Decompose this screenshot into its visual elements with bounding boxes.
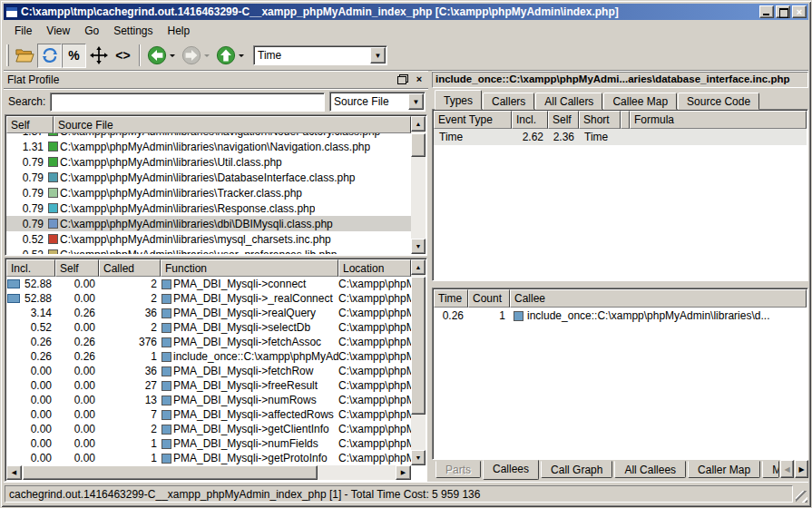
file-table-vscrollbar[interactable]: ▲ ▼ <box>411 116 426 254</box>
incl-cost-value: 0.00 <box>6 365 55 377</box>
file-row[interactable]: 0.79C:\xampp\phpMyAdmin\libraries\Util.c… <box>6 154 411 170</box>
column-header-event-type[interactable]: Event Type <box>434 111 512 129</box>
menu-file[interactable]: File <box>7 22 39 40</box>
tab-caller-map[interactable]: Caller Map <box>688 461 760 478</box>
function-row[interactable]: 0.000.0013PMA_DBI_Mysqli->numRowsC:\xamp… <box>6 393 411 407</box>
column-header-count[interactable]: Count <box>468 289 510 308</box>
scroll-down-icon[interactable]: ▼ <box>411 239 426 254</box>
title-bar[interactable]: C:\xampp\tmp\cachegrind.out.1416463299-C… <box>4 4 808 20</box>
function-row[interactable]: 0.000.0027PMA_DBI_Mysqli->freeResultC:\x… <box>6 378 411 393</box>
scroll-up-icon[interactable]: ▲ <box>411 259 426 275</box>
dock-float-icon[interactable] <box>397 74 408 84</box>
menu-help[interactable]: Help <box>161 22 198 40</box>
self-cost-cell: 0.00 <box>55 423 99 435</box>
file-row[interactable]: 1.31C:\xampp\phpMyAdmin\libraries\naviga… <box>6 139 411 154</box>
column-header-called[interactable]: Called <box>99 259 161 277</box>
function-row[interactable]: 52.880.002PMA_DBI_Mysqli->_realConnectC:… <box>6 291 411 306</box>
grouping-select[interactable]: Source File ▼ <box>329 92 426 112</box>
scroll-left-icon[interactable]: ◀ <box>6 465 22 480</box>
move-button[interactable] <box>86 44 111 68</box>
column-header-self[interactable]: Self <box>6 116 54 133</box>
close-button[interactable]: × <box>792 5 807 18</box>
column-header-function[interactable]: Function <box>161 259 338 277</box>
column-header-short[interactable]: Short <box>579 111 621 129</box>
function-table-hscrollbar[interactable]: ◀ ▶ <box>6 465 411 480</box>
tab-callees[interactable]: Callees <box>483 460 539 480</box>
called-count-cell: 7 <box>99 408 161 421</box>
file-row[interactable]: 0.79C:\xampp\phpMyAdmin\libraries\Respon… <box>6 200 411 216</box>
source-file-icon <box>48 234 58 244</box>
expand-depth-button[interactable]: <> <box>111 44 135 68</box>
tab-callee-map[interactable]: Callee Map <box>603 93 677 110</box>
column-header-spacer <box>621 111 630 129</box>
function-row[interactable]: 0.000.002PMA_DBI_Mysqli->getClientInfoC:… <box>6 422 411 436</box>
function-icon <box>161 323 171 333</box>
column-header-self[interactable]: Self <box>55 259 99 277</box>
scrollbar-thumb[interactable] <box>23 465 318 480</box>
combo-arrow-icon[interactable]: ▼ <box>370 47 386 64</box>
function-table-vscrollbar[interactable]: ▲ ▼ <box>411 259 426 465</box>
tab-scroll-right-icon[interactable]: ▶ <box>795 460 808 478</box>
column-header-callee[interactable]: Callee <box>510 289 807 308</box>
scrollbar-thumb[interactable] <box>411 133 426 157</box>
source-file-path: C:\xampp\phpMyAdmin\libraries\navigation… <box>59 133 380 138</box>
maximize-button[interactable] <box>776 5 790 18</box>
dock-title-bar[interactable]: Flat Profile × <box>4 71 428 89</box>
reload-button[interactable] <box>37 44 62 68</box>
resize-grip-icon[interactable] <box>796 491 807 503</box>
menu-settings[interactable]: Settings <box>106 22 160 40</box>
column-header-source-file[interactable]: Source File <box>54 116 411 133</box>
tab-types[interactable]: Types <box>435 90 482 110</box>
event-type-row[interactable]: Time2.622.36Time <box>434 129 807 145</box>
function-row[interactable]: 3.140.2636PMA_DBI_Mysqli->realQueryC:\xa… <box>6 306 411 320</box>
dock-close-icon[interactable]: × <box>414 74 425 84</box>
open-file-button[interactable] <box>13 44 37 68</box>
tab-all-callers[interactable]: All Callers <box>535 93 602 110</box>
function-row[interactable]: 0.260.26376PMA_DBI_Mysqli->fetchAssocC:\… <box>6 335 411 349</box>
file-row[interactable]: 0.52C:\xampp\phpMyAdmin\libraries\mysql_… <box>6 231 411 247</box>
scroll-right-icon[interactable]: ▶ <box>396 465 411 480</box>
function-row[interactable]: 0.000.0036PMA_DBI_Mysqli->fetchRowC:\xam… <box>6 364 411 378</box>
back-dropdown-icon[interactable] <box>170 54 175 60</box>
column-header-self[interactable]: Self <box>548 111 579 129</box>
up-dropdown-icon[interactable] <box>239 54 244 60</box>
search-label: Search: <box>6 95 45 108</box>
function-row[interactable]: 52.880.002PMA_DBI_Mysqli->connectC:\xamp… <box>6 277 411 291</box>
tab-call-graph[interactable]: Call Graph <box>541 461 612 478</box>
tab-callers[interactable]: Callers <box>483 93 534 110</box>
function-row[interactable]: 0.000.007PMA_DBI_Mysqli->affectedRowsC:\… <box>6 407 411 422</box>
window-title: C:\xampp\tmp\cachegrind.out.1416463299-C… <box>21 5 758 18</box>
minimize-button[interactable] <box>759 5 774 18</box>
event-type-select[interactable]: Time ▼ <box>253 45 387 65</box>
incl-cost-value: 0.00 <box>6 394 55 406</box>
column-header-location[interactable]: Location <box>338 259 411 277</box>
function-row[interactable]: 0.000.001PMA_DBI_Mysqli->numFieldsC:\xam… <box>6 436 411 451</box>
percent-toggle-button[interactable]: % <box>62 44 86 68</box>
toolbar-handle[interactable] <box>6 44 9 66</box>
back-button[interactable] <box>144 44 169 68</box>
callee-row[interactable]: 0.261include_once::C:\xampp\phpMyAdmin\l… <box>434 308 807 324</box>
file-row[interactable]: 0.79C:\xampp\phpMyAdmin\libraries\Databa… <box>6 170 411 185</box>
column-header-time[interactable]: Time <box>434 289 468 308</box>
tab-machine[interactable]: Machine <box>762 461 779 478</box>
column-header-formula[interactable]: Formula <box>630 111 807 129</box>
scroll-up-icon[interactable]: ▲ <box>411 116 426 132</box>
menu-view[interactable]: View <box>39 22 77 40</box>
file-row[interactable]: 0.52C:\xampp\phpMyAdmin\libraries\user_p… <box>6 247 411 254</box>
function-table-viewport: 52.880.002PMA_DBI_Mysqli->connectC:\xamp… <box>6 277 411 465</box>
file-row[interactable]: 0.79C:\xampp\phpMyAdmin\libraries\dbi\DB… <box>6 216 411 231</box>
function-row[interactable]: 0.520.002PMA_DBI_Mysqli->selectDbC:\xamp… <box>6 320 411 335</box>
function-row[interactable]: 0.260.261include_once::C:\xampp\phpMyAd.… <box>6 349 411 364</box>
search-input[interactable] <box>50 93 325 112</box>
column-header-incl[interactable]: Incl. <box>6 259 55 277</box>
tab-source-code[interactable]: Source Code <box>678 93 759 110</box>
combo-arrow-icon[interactable]: ▼ <box>408 93 424 110</box>
scrollbar-thumb[interactable] <box>411 277 426 415</box>
file-row[interactable]: 0.79C:\xampp\phpMyAdmin\libraries\Tracke… <box>6 185 411 200</box>
tab-all-callees[interactable]: All Callees <box>614 461 686 478</box>
up-button[interactable] <box>213 44 238 68</box>
scroll-down-icon[interactable]: ▼ <box>411 450 426 465</box>
column-header-incl[interactable]: Incl. <box>512 111 548 129</box>
menu-go[interactable]: Go <box>77 22 106 40</box>
function-row[interactable]: 0.000.001PMA_DBI_Mysqli->getProtoInfoC:\… <box>6 451 411 465</box>
